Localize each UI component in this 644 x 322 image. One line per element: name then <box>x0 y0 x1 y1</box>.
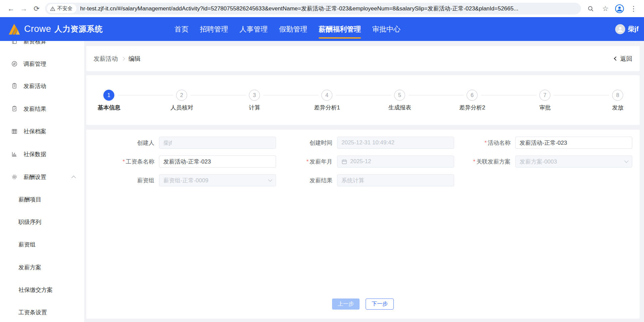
step-connector <box>191 95 246 95</box>
sidebar-item-social-data[interactable]: 社保数据 <box>0 147 84 161</box>
page: ← → ⟳ 不安全 hr-test.zjf-it.cn/#/salaryMana… <box>0 0 644 322</box>
bar-chart-icon <box>11 151 18 157</box>
exchange-icon <box>11 60 18 67</box>
chevron-right-icon <box>121 57 125 60</box>
salary-group-select: 薪资组-正常-0009 <box>159 174 276 186</box>
linked-plan-label: *关联发薪方案 <box>454 158 515 166</box>
sidebar-item-payroll-result[interactable]: 发薪结果 <box>0 102 84 116</box>
security-label: 不安全 <box>57 5 72 12</box>
field-payslip-name: *工资条名称 <box>98 155 276 168</box>
step-connector <box>554 95 609 95</box>
activity-name-label: *活动名称 <box>454 139 515 147</box>
creator-label: 创建人 <box>98 139 159 147</box>
payroll-month-label: *发薪年月 <box>276 158 337 166</box>
create-time-input: 2025-12-31 10:49:42 <box>337 137 454 149</box>
wizard-stepper: 1 基本信息 2 人员核对 3 计算 4 差异分析1 5 生成报表 6 差异分析… <box>86 75 640 125</box>
url-bar[interactable]: 不安全 hr-test.zjf-it.cn/#/salaryManagement… <box>45 3 581 14</box>
sidebar-subitem-salary-items[interactable]: 薪酬项目 <box>0 193 84 206</box>
browser-toolbar: ← → ⟳ 不安全 hr-test.zjf-it.cn/#/salaryMana… <box>0 0 644 17</box>
field-payroll-result: 发薪结果 系统计算 <box>276 174 454 186</box>
creator-input: 柴jf <box>159 137 276 149</box>
brand: Crowe 人力资源系统 <box>7 22 103 36</box>
step-connector <box>409 95 464 95</box>
sidebar-subitem-salary-group[interactable]: 薪资组 <box>0 238 84 251</box>
browser-back-icon[interactable]: ← <box>5 2 17 15</box>
bookmark-star-icon[interactable]: ☆ <box>599 2 612 15</box>
chevron-down-icon <box>624 158 629 163</box>
field-linked-payroll-plan: *关联发薪方案 发薪方案-0003 <box>454 155 632 168</box>
sidebar-item-salary-settings[interactable]: 薪酬设置 <box>0 170 84 184</box>
user-menu[interactable]: 柴jf <box>615 17 639 41</box>
payroll-month-datepicker: 2025-12 <box>337 155 454 168</box>
payslip-name-input[interactable] <box>159 155 276 168</box>
archive-books-icon <box>11 128 18 135</box>
required-marker: * <box>306 158 309 165</box>
gear-icon <box>11 174 18 180</box>
crowe-logo-icon <box>7 22 21 36</box>
required-marker: * <box>122 158 125 165</box>
linked-plan-select: 发薪方案-0003 <box>515 155 632 168</box>
form-actions: 上一步 下一步 <box>86 298 640 310</box>
activity-name-input[interactable] <box>515 137 632 149</box>
sidebar-subitem-social-plan[interactable]: 社保缴交方案 <box>0 283 84 296</box>
sidebar: 薪资核算 调薪管理 发薪活动 发薪 <box>0 41 84 322</box>
user-name: 柴jf <box>628 25 639 34</box>
user-avatar <box>615 24 625 34</box>
breadcrumb-payroll-activity[interactable]: 发薪活动 <box>94 55 118 63</box>
sidebar-subitem-payslip-settings[interactable]: 工资条设置 <box>0 306 84 319</box>
nav-home[interactable]: 首页 <box>174 17 189 41</box>
payslip-name-label: *工资条名称 <box>98 158 159 166</box>
chevron-up-icon <box>71 176 76 180</box>
breadcrumb: 发薪活动 编辑 <box>94 55 141 63</box>
sidebar-item-social-archive[interactable]: 社保档案 <box>0 125 84 138</box>
clipboard-check-icon <box>11 105 18 112</box>
url-text: hr-test.zjf-it.cn/#/salaryManagement/add… <box>80 5 518 12</box>
nav-compensation[interactable]: 薪酬福利管理 <box>319 17 361 41</box>
warning-icon <box>50 6 55 11</box>
book-icon <box>11 41 18 45</box>
browser-actions: ☆ ⋮ <box>584 2 640 15</box>
calendar-icon <box>341 159 347 165</box>
field-empty <box>454 174 632 186</box>
chevron-left-icon <box>614 56 618 61</box>
create-time-label: 创建时间 <box>276 139 337 147</box>
field-salary-group: 薪资组 薪资组-正常-0009 <box>98 174 276 186</box>
sidebar-item-payroll-activity[interactable]: 发薪活动 <box>0 79 84 93</box>
browser-menu-icon[interactable]: ⋮ <box>627 2 640 15</box>
sidebar-subitem-payroll-plan[interactable]: 发薪方案 <box>0 261 84 274</box>
back-button[interactable]: 返回 <box>614 55 632 63</box>
activity-name-text-input[interactable] <box>520 139 628 146</box>
step-connector <box>118 95 173 95</box>
sidebar-subitem-grade-sequence[interactable]: 职级序列 <box>0 215 84 229</box>
field-activity-name: *活动名称 <box>454 137 632 149</box>
nav-personnel[interactable]: 人事管理 <box>239 17 268 41</box>
nav-recruitment[interactable]: 招聘管理 <box>200 17 228 41</box>
next-step-button[interactable]: 下一步 <box>366 298 394 310</box>
payroll-result-label: 发薪结果 <box>276 177 337 184</box>
step-connector <box>481 95 536 95</box>
sidebar-item-salary-calc[interactable]: 薪资核算 <box>0 41 84 48</box>
browser-forward-icon[interactable]: → <box>17 2 30 15</box>
sidebar-item-salary-adjust[interactable]: 调薪管理 <box>0 57 84 71</box>
payroll-result-input: 系统计算 <box>337 174 454 186</box>
prev-step-button[interactable]: 上一步 <box>332 298 360 310</box>
field-create-time: 创建时间 2025-12-31 10:49:42 <box>276 137 454 149</box>
payslip-name-text-input[interactable] <box>163 158 272 165</box>
chevron-down-icon <box>268 177 272 182</box>
security-badge[interactable]: 不安全 <box>47 4 76 13</box>
breadcrumb-edit: 编辑 <box>128 55 141 63</box>
field-payroll-month: *发薪年月 2025-12 <box>276 155 454 168</box>
breadcrumb-bar: 发薪活动 编辑 返回 <box>86 46 640 71</box>
step-connector <box>263 95 318 95</box>
active-nav-underline <box>319 37 361 39</box>
main-content: 发薪活动 编辑 返回 1 基本信息 2 人员核对 <box>84 41 644 322</box>
app-header: Crowe 人力资源系统 首页 招聘管理 人事管理 假勤管理 薪酬福利管理 审批… <box>0 17 644 41</box>
nav-approval-center[interactable]: 审批中心 <box>372 17 400 41</box>
logo-text: Crowe <box>24 24 51 34</box>
zoom-icon[interactable] <box>584 2 597 15</box>
nav-attendance[interactable]: 假勤管理 <box>279 17 307 41</box>
app-title: 人力资源系统 <box>55 24 103 34</box>
browser-profile-icon[interactable] <box>614 3 625 14</box>
step-connector <box>336 95 391 95</box>
browser-reload-icon[interactable]: ⟳ <box>30 2 43 15</box>
